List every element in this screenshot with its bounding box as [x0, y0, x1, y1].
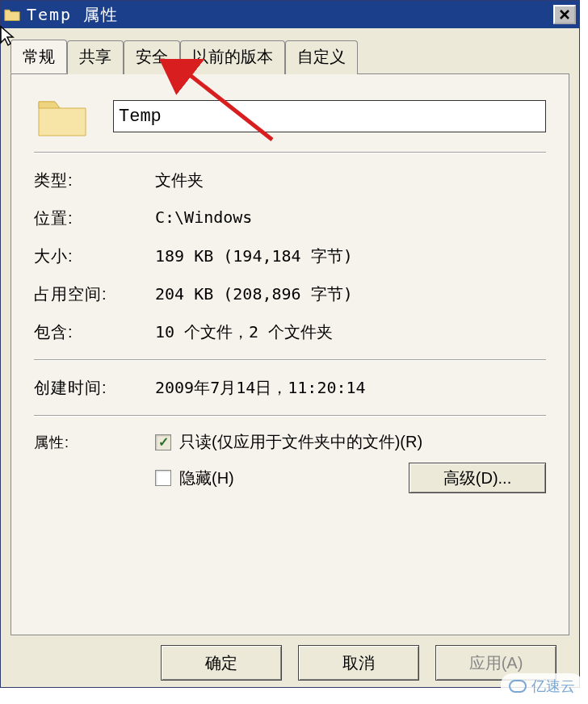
- row-size-on-disk: 占用空间: 204 KB (208,896 字节): [34, 283, 546, 305]
- folder-large-icon: [34, 92, 90, 140]
- tab-security[interactable]: 安全: [124, 40, 180, 74]
- size-on-disk-value: 204 KB (208,896 字节): [155, 283, 546, 305]
- readonly-checkbox[interactable]: [155, 434, 171, 450]
- tab-panel-general: 类型: 文件夹 位置: C:\Windows 大小: 189 KB (194,1…: [10, 73, 569, 635]
- tab-previous-versions[interactable]: 以前的版本: [180, 40, 285, 74]
- row-type: 类型: 文件夹: [34, 170, 546, 191]
- size-on-disk-label: 占用空间:: [34, 283, 155, 305]
- attributes-section: 属性: 只读(仅应用于文件夹中的文件)(R) 隐藏(H) 高级(D)...: [34, 431, 546, 493]
- location-value: C:\Windows: [155, 207, 546, 229]
- row-location: 位置: C:\Windows: [34, 207, 546, 229]
- created-value: 2009年7月14日，11:20:14: [155, 377, 546, 399]
- cursor-icon: [0, 25, 17, 48]
- folder-icon: [4, 7, 20, 22]
- close-button[interactable]: [553, 5, 576, 24]
- contains-value: 10 个文件，2 个文件夹: [155, 321, 546, 343]
- hidden-checkbox-row[interactable]: 隐藏(H): [155, 467, 401, 489]
- window-title: Temp 属性: [27, 4, 553, 26]
- location-label: 位置:: [34, 207, 155, 229]
- row-contains: 包含: 10 个文件，2 个文件夹: [34, 321, 546, 343]
- titlebar: Temp 属性: [1, 1, 579, 28]
- tab-custom[interactable]: 自定义: [285, 40, 358, 74]
- tab-sharing[interactable]: 共享: [67, 40, 124, 74]
- tab-strip: 常规 共享 安全 以前的版本 自定义: [10, 40, 569, 73]
- divider: [34, 152, 546, 153]
- advanced-button[interactable]: 高级(D)...: [409, 463, 546, 493]
- content-area: 常规 共享 安全 以前的版本 自定义 类型: 文件夹 位置: C:\Windo: [1, 28, 579, 687]
- row-created: 创建时间: 2009年7月14日，11:20:14: [34, 377, 546, 399]
- folder-name-input[interactable]: [113, 100, 546, 132]
- cancel-button[interactable]: 取消: [298, 645, 419, 681]
- watermark: 亿速云: [501, 673, 583, 699]
- hidden-checkbox[interactable]: [155, 470, 171, 486]
- tab-general[interactable]: 常规: [10, 40, 67, 73]
- size-label: 大小:: [34, 245, 155, 267]
- readonly-label: 只读(仅应用于文件夹中的文件)(R): [179, 431, 422, 453]
- contains-label: 包含:: [34, 321, 155, 343]
- type-label: 类型:: [34, 170, 155, 191]
- dialog-button-bar: 确定 取消 应用(A): [10, 635, 569, 681]
- ok-button[interactable]: 确定: [161, 645, 282, 681]
- readonly-checkbox-row[interactable]: 只读(仅应用于文件夹中的文件)(R): [155, 431, 546, 453]
- folder-name-row: [34, 92, 546, 140]
- row-size: 大小: 189 KB (194,184 字节): [34, 245, 546, 267]
- watermark-text: 亿速云: [531, 677, 575, 696]
- created-label: 创建时间:: [34, 377, 155, 399]
- watermark-icon: [509, 680, 527, 693]
- attributes-label: 属性:: [34, 433, 155, 493]
- properties-dialog: Temp 属性 常规 共享 安全 以前的版本 自定义: [0, 0, 580, 688]
- divider: [34, 359, 546, 361]
- type-value: 文件夹: [155, 170, 546, 191]
- size-value: 189 KB (194,184 字节): [155, 245, 546, 267]
- hidden-label: 隐藏(H): [179, 467, 234, 489]
- divider: [34, 415, 546, 417]
- close-icon: [559, 9, 570, 20]
